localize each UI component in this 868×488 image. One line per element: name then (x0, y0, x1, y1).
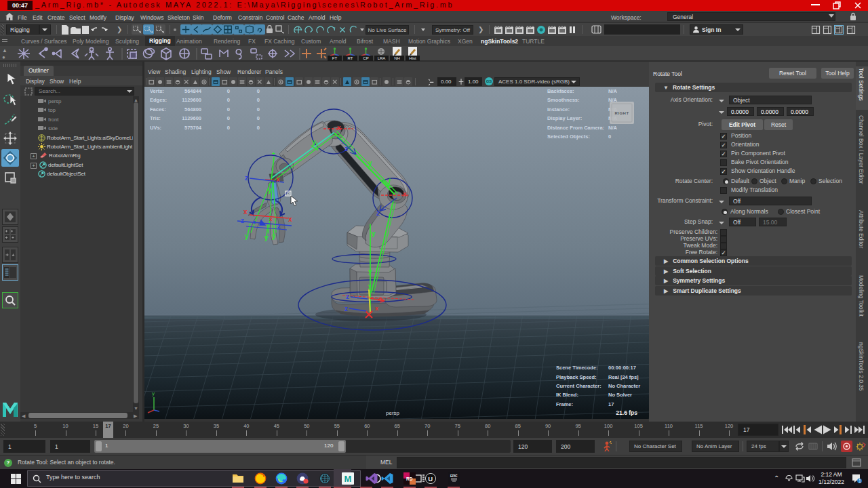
svg-text:UVs:: UVs: (150, 125, 161, 131)
svg-text:1129600: 1129600 (182, 115, 201, 121)
svg-text:575704: 575704 (184, 125, 202, 131)
svg-text:x: x (375, 305, 378, 312)
svg-text:z: z (344, 305, 348, 312)
svg-text:M: M (344, 474, 352, 484)
svg-text:564800: 564800 (184, 106, 201, 113)
svg-text:x: x (276, 176, 280, 183)
svg-text:RIGHT: RIGHT (614, 111, 629, 115)
svg-text:No Character: No Character (608, 383, 640, 389)
svg-text:Current Character:: Current Character: (556, 383, 601, 389)
svg-text:z: z (376, 209, 380, 217)
svg-text:00:00:00:17: 00:00:00:17 (608, 365, 636, 371)
svg-text:x: x (378, 296, 381, 302)
svg-text:+: + (272, 150, 275, 157)
svg-text:y: y (264, 234, 269, 241)
svg-text:0: 0 (227, 97, 230, 103)
svg-text:x: x (337, 124, 341, 131)
svg-text:z: z (344, 145, 348, 152)
svg-text:0: 0 (257, 88, 260, 94)
svg-text:Verts:: Verts: (150, 88, 164, 94)
svg-text:y: y (272, 232, 276, 240)
svg-text:Selected Objects:: Selected Objects: (547, 134, 590, 140)
svg-text:y: y (372, 230, 376, 237)
svg-text:y: y (368, 159, 372, 167)
svg-text:Faces:: Faces: (150, 106, 166, 113)
svg-text:y: y (312, 138, 316, 146)
svg-text:z: z (241, 217, 244, 224)
svg-text:0: 0 (257, 97, 260, 103)
svg-text:Tris:: Tris: (150, 115, 161, 121)
svg-text:U: U (428, 475, 433, 483)
svg-text:y: y (245, 232, 249, 240)
svg-text:RD: RD (406, 476, 413, 481)
svg-text:No Solver: No Solver (608, 392, 632, 398)
svg-text:Display Layer:: Display Layer: (547, 115, 582, 121)
svg-text:Edges:: Edges: (150, 97, 167, 103)
svg-text:z: z (245, 174, 248, 182)
svg-text:Real [24 fps]: Real [24 fps] (608, 374, 639, 380)
svg-text:0: 0 (227, 88, 230, 94)
svg-text:x: x (269, 216, 273, 222)
svg-text:17: 17 (608, 401, 614, 407)
svg-text:0: 0 (227, 106, 230, 113)
svg-text:0: 0 (257, 125, 260, 131)
svg-text:IK Blend:: IK Blend: (556, 392, 578, 398)
svg-text:x: x (288, 216, 292, 223)
svg-text:y: y (268, 186, 272, 194)
svg-text:Smoothness:: Smoothness: (547, 97, 580, 103)
svg-text:21.6 fps: 21.6 fps (616, 409, 637, 416)
svg-text:persp: persp (386, 410, 400, 416)
svg-text:z: z (346, 293, 349, 300)
svg-text:0: 0 (227, 115, 230, 121)
svg-text:Scene Timecode:: Scene Timecode: (556, 365, 598, 371)
svg-text:y: y (368, 283, 372, 289)
svg-text:N/A: N/A (608, 125, 618, 131)
svg-text:x: x (403, 190, 407, 198)
svg-text:N/A: N/A (608, 88, 618, 94)
svg-text:0: 0 (257, 106, 260, 113)
svg-text:Backfaces:: Backfaces: (547, 88, 574, 94)
svg-text:564844: 564844 (184, 88, 202, 94)
svg-text:z: z (277, 222, 281, 230)
svg-text:Playback Speed:: Playback Speed: (556, 374, 597, 380)
svg-text:EPIC: EPIC (450, 474, 458, 478)
svg-text:1129600: 1129600 (182, 97, 201, 103)
svg-text:Frame:: Frame: (556, 401, 573, 407)
svg-text:y: y (152, 390, 155, 396)
svg-text:1: 1 (859, 479, 861, 483)
svg-text:0: 0 (608, 134, 611, 140)
svg-text:y: y (368, 268, 372, 275)
svg-text:0: 0 (227, 125, 230, 131)
svg-text:0: 0 (257, 115, 260, 121)
svg-text:Instance:: Instance: (547, 106, 570, 113)
svg-text:Distance From Camera:: Distance From Camera: (547, 125, 604, 131)
svg-text:x: x (243, 208, 248, 216)
svg-text:z: z (253, 219, 256, 225)
